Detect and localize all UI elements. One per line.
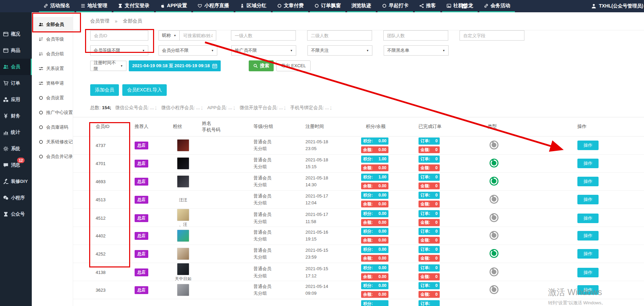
submenu-item[interactable]: 关系设置	[32, 61, 73, 76]
filter-select[interactable]: 不限黑名单 ▼	[384, 45, 449, 56]
amount-badge: 金额:0	[419, 255, 440, 262]
cell-points-balance: 积分:0.00 余额:0.00	[361, 192, 419, 208]
sidebar-item[interactable]: 概况	[0, 26, 32, 42]
row-action-button[interactable]: 操作	[577, 159, 599, 168]
member-id-input[interactable]	[90, 30, 148, 41]
excel-import-button[interactable]: 会员EXCEL导入	[122, 84, 167, 96]
amount-badge: 金额:0	[419, 219, 440, 226]
cell-points-balance: 积分:0.00 余额:0.00	[361, 137, 419, 154]
level2-count-input[interactable]	[307, 30, 372, 41]
heart-icon	[197, 3, 202, 8]
cell-points-balance: 积分:1.00 余额:0.00	[361, 174, 419, 190]
submenu-item[interactable]: 会员合并记录	[32, 149, 73, 164]
topnav-item[interactable]: 会务活动	[479, 0, 515, 12]
topnav-item[interactable]: 区域分红	[235, 0, 271, 12]
sidebar-item[interactable]: 公众号	[0, 206, 32, 222]
submenu-item-label: 会员设置	[46, 95, 64, 101]
fan-avatar	[177, 263, 189, 275]
topnav-item[interactable]: 地址管理	[76, 0, 112, 12]
topnav-item[interactable]: 社群接龙	[442, 0, 478, 12]
account-menu[interactable]: TXHL(公众号管理员)	[591, 0, 643, 12]
referrer-badge: 总店	[135, 214, 148, 222]
cell-type	[488, 285, 577, 295]
submenu-item[interactable]: 关系链修改记录	[32, 134, 73, 149]
filter-select[interactable]: 会员分组不限 ▼	[159, 45, 217, 56]
topnav-item-label: 活动报名	[50, 2, 70, 9]
window-icon	[3, 48, 9, 53]
sidebar-item[interactable]: 应用	[0, 91, 32, 108]
cell-member-id: 4737	[91, 143, 135, 148]
breadcrumb-section[interactable]: 会员管理	[90, 18, 109, 24]
submenu-item[interactable]: 会员设置	[32, 90, 73, 105]
topnav-item[interactable]: 文章付费	[273, 0, 308, 12]
export-excel-button[interactable]: 导出 EXCEL	[276, 60, 311, 71]
sidebar-item[interactable]: 商品	[0, 42, 32, 59]
cell-completed-orders: 订单:0 金额:0	[419, 210, 488, 226]
filter-select[interactable]: 会员等级不限 ▼	[90, 45, 148, 56]
cell-fans	[173, 230, 202, 242]
submenu-item[interactable]: 全部会员	[32, 17, 73, 32]
row-action-button[interactable]: 操作	[577, 195, 599, 204]
sidebar-item[interactable]: 小程序	[0, 190, 32, 206]
cell-completed-orders: 订单:0 金额:0	[419, 174, 488, 190]
submenu-item[interactable]: 会员分组	[32, 46, 73, 61]
cell-actions: 操作	[577, 195, 644, 204]
circle-icon	[382, 3, 387, 8]
topnav-item[interactable]: 订单飘窗	[310, 0, 345, 12]
sidebar-item[interactable]: 系统	[0, 141, 32, 157]
cell-level-group: 普通会员 无分组	[254, 193, 305, 206]
cell-referrer: 总店	[135, 196, 173, 204]
yen-icon	[3, 113, 9, 119]
cell-member-id: 3623	[91, 288, 135, 293]
submenu-item-label: 会员分组	[46, 51, 64, 57]
submenu-item[interactable]: 会员邀请码	[32, 120, 73, 134]
row-action-button[interactable]: 操作	[577, 177, 599, 186]
submenu-item[interactable]: 推广中心设置	[32, 105, 73, 120]
share-icon	[419, 3, 424, 8]
sidebar-item[interactable]: 会员	[0, 59, 32, 75]
col-points-balance: 积分/余额	[361, 123, 419, 130]
topnav-item[interactable]: 小程序直播	[193, 0, 234, 12]
nickname-type-select[interactable]: 昵称 ▼	[159, 30, 180, 41]
cell-member-id: 4701	[91, 161, 135, 166]
topnav-item[interactable]: 浏览轨迹	[347, 0, 376, 12]
member-type-icon	[490, 141, 498, 149]
chart-icon	[3, 130, 9, 135]
register-time-select[interactable]: 注册时间不限 ▼	[90, 61, 126, 71]
filter-select[interactable]: 不限关注 ▼	[307, 45, 372, 56]
topnav-item[interactable]: 支付宝登录	[113, 0, 154, 12]
cell-fans	[173, 284, 202, 296]
keyword-search-input[interactable]	[179, 30, 216, 41]
row-action-button[interactable]: 操作	[577, 268, 599, 277]
custom-field-input[interactable]	[460, 30, 524, 41]
row-action-button[interactable]: 操作	[577, 214, 599, 223]
search-icon	[253, 63, 258, 68]
submenu-item[interactable]: 资格申请	[32, 76, 73, 90]
topnav-item-label: 支付宝登录	[125, 2, 150, 9]
row-action-button[interactable]: 操作	[577, 249, 599, 259]
sidebar-item[interactable]: 财务	[0, 108, 32, 124]
level1-count-input[interactable]	[231, 30, 296, 41]
topnav-item[interactable]: APP设置	[156, 0, 192, 12]
date-range-button[interactable]: 2021-04-19 09:18 至 2021-05-19 09:18	[129, 60, 221, 71]
table-row: 4513 总店 汪汪 普通会员 无分组 2021-05-17 12:04 积分:…	[73, 191, 644, 209]
topnav-item[interactable]: 推客	[415, 0, 440, 12]
search-button[interactable]: 搜索	[249, 60, 274, 71]
filter-select[interactable]: 推广员不限 ▼	[231, 45, 296, 56]
row-action-button[interactable]: 操作	[577, 231, 599, 241]
add-member-button[interactable]: 添加会员	[90, 84, 119, 96]
sidebar-item[interactable]: 消息 12	[0, 157, 32, 173]
topnav-item[interactable]: 活动报名	[39, 0, 74, 12]
topnav-item[interactable]: 早起打卡	[378, 0, 413, 12]
submenu-item[interactable]: 会员等级	[32, 32, 73, 46]
apps-grid-icon[interactable]	[461, 3, 467, 9]
cell-register-time: 2021-05-17 11:58	[305, 211, 361, 225]
row-action-button[interactable]: 操作	[577, 141, 599, 150]
team-count-input[interactable]	[383, 30, 448, 41]
sidebar-item[interactable]: 订单	[0, 75, 32, 91]
action-buttons: 添加会员 会员EXCEL导入	[90, 84, 644, 96]
sidebar-item[interactable]: 装修DIY	[0, 173, 32, 190]
sidebar-item[interactable]: 统计	[0, 124, 32, 141]
circle-icon	[277, 3, 282, 8]
row-action-button[interactable]: 操作	[577, 285, 599, 295]
